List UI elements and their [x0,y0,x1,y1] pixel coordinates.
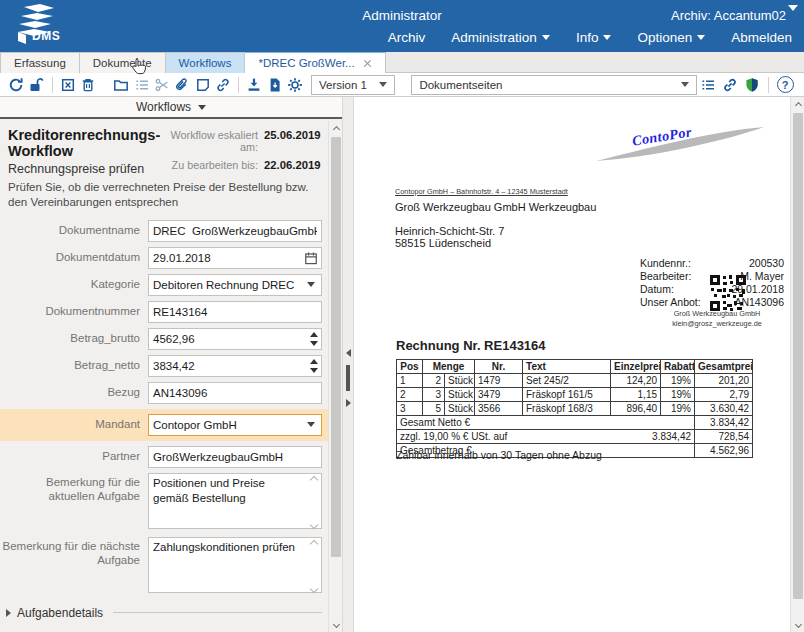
spin-down-icon[interactable] [310,341,318,346]
aufgabendetails-toggle[interactable]: Aufgabendetails [6,606,322,620]
form-row-dokumentnummer: Dokumentnummer [0,301,328,323]
toolbar-separator [238,77,239,93]
tab-document[interactable]: *DREC GroßWer... [245,52,385,73]
attachment-button[interactable] [172,74,192,96]
aufgabendetails-label: Aufgabendetails [17,606,103,620]
scroll-down-arrow[interactable] [329,617,343,631]
index-button[interactable] [697,74,719,96]
textarea-scroll-arrows[interactable] [309,477,319,528]
protection-button[interactable] [741,74,763,96]
vat-base: 3.834,42 [652,431,691,442]
nav-administration[interactable]: Administration [451,30,550,45]
main-nav: Archiv Administration Info Optionen Abme… [388,30,792,45]
bemerkung-naechste-textarea[interactable]: Zahlungskonditionen prüfen [148,537,322,593]
dokumentdatum-input[interactable] [148,247,322,269]
checklist-button[interactable] [132,74,152,96]
mandant-select[interactable]: Contopor GmbH [148,414,322,436]
betrag-brutto-stepper[interactable] [306,329,321,349]
table-vat-row: zzgl. 19,00 % € USt. auf3.834,42 728,54 [397,430,753,444]
version-select[interactable]: Version 1 [311,75,395,95]
workflow-dates: Workflow eskaliert am: 25.06.2019 Zu bea… [162,127,326,176]
collapse-left-icon[interactable] [346,349,351,357]
betrag-netto-input[interactable] [148,355,322,377]
spin-up-icon[interactable] [310,332,318,337]
unlock-button[interactable] [26,74,46,96]
escalation-label: Workflow eskaliert am: [162,129,258,153]
chevron-down-icon[interactable] [788,5,798,11]
nav-abmelden[interactable]: Abmelden [731,30,792,45]
document-preview[interactable]: ContoPor Contopor GmbH – Bahnhofstr. 4 –… [354,97,790,632]
dokumentnummer-input[interactable] [148,301,322,323]
splitter-grip[interactable] [346,365,350,391]
scroll-down-arrow[interactable] [791,617,804,631]
document-scrollbar[interactable] [790,97,804,632]
tab-erfassung[interactable]: Erfassung [0,52,80,73]
nav-optionen[interactable]: Optionen [637,30,705,45]
nav-info[interactable]: Info [576,30,612,45]
kategorie-select[interactable]: Debitoren Rechnung DREC [148,274,322,296]
nav-archiv[interactable]: Archiv [388,30,426,45]
supplier-contact: Groß Werkzeugbau GmbH klein@grosz_werkze… [650,309,784,329]
toolbar: Version 1 Dokumentseiten ? [0,73,804,97]
delete-button[interactable] [78,74,98,96]
form-row-dokumentname: Dokumentname [0,220,328,242]
spin-down-icon[interactable] [310,368,318,373]
settings-button[interactable] [285,74,305,96]
note-button[interactable] [192,74,212,96]
invoice-title: Rechnung Nr. RE143164 [396,338,546,353]
due-date: 22.06.2019 [264,159,326,171]
index-list-icon [700,77,716,93]
help-icon: ? [777,76,794,93]
chevron-down-icon [379,82,387,87]
archive-label: Archiv: Accantum02 [671,8,786,23]
refresh-icon [8,77,24,93]
recipient-name: Groß Werkzeugbau GmbH Werkzeugbau [395,201,596,213]
recipient-street: Heinrich-Schicht-Str. 7 [395,225,504,237]
collapse-right-icon[interactable] [346,399,351,407]
calendar-icon[interactable] [304,251,318,268]
partner-input[interactable] [148,446,322,468]
scroll-thumb[interactable] [793,113,803,599]
tab-workflows[interactable]: Workflows [166,52,246,73]
chevron-up-icon [310,540,318,548]
split-button[interactable] [152,74,172,96]
refresh-button[interactable] [6,74,26,96]
scroll-up-arrow[interactable] [329,122,343,136]
bemerkung-aktuell-textarea[interactable]: Positionen und Preise gemäß Bestellung [148,473,322,529]
spin-up-icon[interactable] [310,359,318,364]
delete-page-button[interactable] [58,74,78,96]
tab-dokumente[interactable]: Dokumente [80,52,166,73]
info-value: 200530 [707,257,784,269]
dokumentname-input[interactable] [148,220,322,242]
workflows-dropdown[interactable]: Workflows [0,97,342,119]
panel-scrollbar[interactable] [328,121,342,632]
paperclip-icon [174,77,190,93]
bezug-label: Bezug [0,386,148,400]
textarea-scroll-arrows[interactable] [309,541,319,592]
vat-label: zzgl. 19,00 % € USt. auf [400,431,507,442]
link-button[interactable] [213,74,233,96]
toolbar-separator [768,77,769,93]
checklist-icon [134,77,150,93]
references-button[interactable] [719,74,741,96]
scroll-up-arrow[interactable] [791,98,804,112]
help-button[interactable]: ? [774,74,796,96]
download-button[interactable] [244,74,264,96]
chevron-down-icon [681,82,689,87]
betrag-netto-stepper[interactable] [306,356,321,376]
due-label: Zu bearbeiten bis: [162,159,258,171]
nav-info-label: Info [576,30,599,45]
view-mode-select[interactable]: Dokumentseiten [411,75,697,95]
info-value: M. Mayer [707,270,784,282]
bezug-input[interactable] [148,382,322,404]
scroll-thumb[interactable] [331,137,341,557]
invoice-table: Pos Menge Nr. Text Einzelpreis Rabatt Ge… [396,359,753,458]
betrag-brutto-input[interactable] [148,328,322,350]
mandant-label: Mandant [0,418,148,432]
panel-splitter[interactable] [342,97,354,632]
folder-button[interactable] [111,74,131,96]
export-button[interactable] [264,74,284,96]
close-icon[interactable] [363,59,372,68]
form-row-bemerkung-aktuell: Bemerkung für die aktuellen Aufgabe Posi… [0,473,328,532]
dokumentnummer-label: Dokumentnummer [0,305,148,319]
